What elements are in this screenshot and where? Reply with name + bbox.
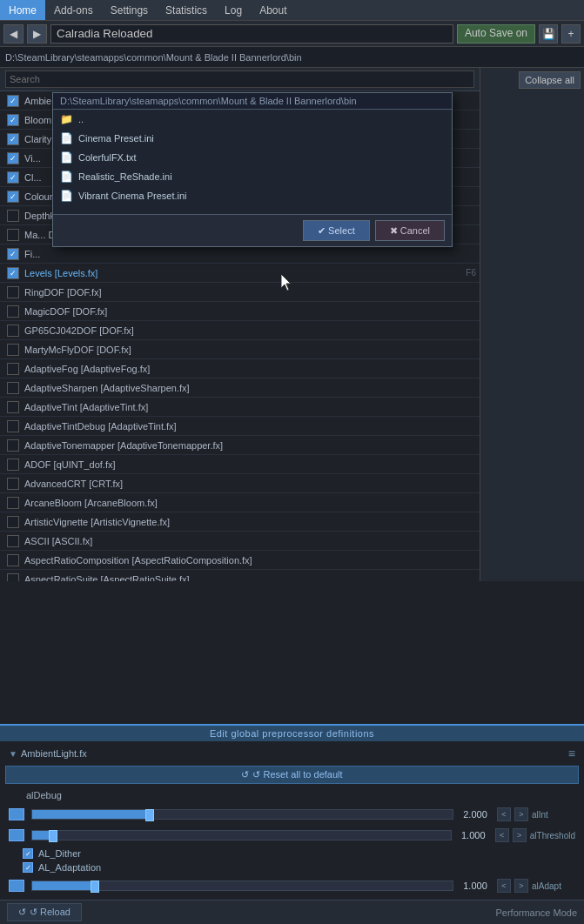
collapse-all-button[interactable]: Collapse all [519, 71, 581, 89]
arrow-left-aladapt[interactable]: < [497, 879, 511, 893]
checkbox-label-aldither: AL_Dither [38, 848, 81, 859]
effect-checkbox[interactable] [7, 401, 19, 413]
search-input[interactable] [5, 70, 474, 88]
arrow-right-aladapt[interactable]: > [514, 879, 528, 893]
effect-label: AdaptiveTonemapper [AdaptiveTonemapper.f… [24, 440, 223, 451]
list-item[interactable]: RingDOF [DOF.fx] [0, 283, 480, 302]
effect-checkbox[interactable] [7, 286, 19, 298]
effect-checkbox[interactable] [7, 95, 19, 107]
list-item[interactable]: Levels [Levels.fx] F6 [0, 264, 480, 283]
effect-checkbox[interactable] [7, 535, 19, 547]
param-thumb[interactable] [145, 809, 154, 821]
param-thumb[interactable] [49, 830, 57, 842]
param-value-aladapt: 1.000 [457, 880, 493, 891]
effect-checkbox[interactable] [7, 248, 19, 260]
list-item[interactable]: AdvancedCRT [CRT.fx] [0, 474, 480, 493]
menu-home[interactable]: Home [0, 0, 45, 20]
list-item[interactable]: AspectRatioComposition [AspectRatioCompo… [0, 551, 480, 570]
effect-label: Vi... [24, 153, 41, 164]
file-name: Cinema Preset.ini [78, 133, 154, 144]
effect-checkbox[interactable] [7, 191, 19, 203]
list-item[interactable]: ASCII [ASCII.fx] [0, 532, 480, 551]
next-button[interactable]: ▶ [27, 24, 47, 44]
effect-checkbox[interactable] [7, 459, 19, 471]
menu-log[interactable]: Log [216, 0, 251, 20]
effect-checkbox[interactable] [7, 267, 19, 279]
list-item[interactable]: AdaptiveTintDebug [AdaptiveTint.fx] [0, 417, 480, 436]
list-item[interactable]: MartyMcFlyDOF [DOF.fx] [0, 340, 480, 359]
list-item[interactable]: Fi... [0, 244, 480, 264]
menu-statistics[interactable]: Statistics [157, 0, 216, 20]
file-name: .. [78, 114, 84, 124]
section-menu-icon[interactable]: ≡ [568, 747, 575, 760]
effect-checkbox[interactable] [7, 497, 19, 509]
arrow-right-alint[interactable]: > [514, 807, 528, 821]
checkbox-aladapt[interactable] [23, 862, 33, 873]
list-item[interactable]: GP65CJ042DOF [DOF.fx] [0, 321, 480, 340]
effect-label: AdaptiveTintDebug [AdaptiveTint.fx] [24, 421, 177, 432]
arrow-left-althreshold[interactable]: < [495, 828, 509, 842]
list-item[interactable]: AspectRatioSuite [AspectRatioSuite.fx] [0, 570, 480, 581]
chevron-icon: ▼ [9, 749, 17, 759]
menu-about[interactable]: About [251, 0, 295, 20]
effect-checkbox[interactable] [7, 133, 19, 145]
reload-button[interactable]: ↺ ↺ Reload [7, 903, 82, 921]
param-track-alint[interactable] [31, 809, 453, 820]
effect-checkbox[interactable] [7, 229, 19, 241]
performance-mode-label: Performance Mode [495, 907, 577, 918]
effect-checkbox[interactable] [7, 554, 19, 566]
effect-label: MartyMcFlyDOF [DOF.fx] [24, 345, 131, 355]
effect-checkbox[interactable] [7, 344, 19, 356]
effect-checkbox[interactable] [7, 210, 19, 222]
list-item[interactable]: AdaptiveTonemapper [AdaptiveTonemapper.f… [0, 436, 480, 455]
list-item[interactable]: AdaptiveTint [AdaptiveTint.fx] [0, 398, 480, 417]
checkbox-aldither[interactable] [23, 848, 33, 859]
effect-label: AdaptiveTint [AdaptiveTint.fx] [24, 402, 148, 412]
menu-settings[interactable]: Settings [102, 0, 157, 20]
effect-checkbox[interactable] [7, 171, 19, 184]
effect-label: ASCII [ASCII.fx] [24, 536, 92, 546]
arrow-right-althreshold[interactable]: > [513, 828, 527, 842]
auto-save-button[interactable]: Auto Save on [457, 24, 535, 44]
list-item[interactable]: ArcaneBloom [ArcaneBloom.fx] [0, 493, 480, 512]
arrow-left-alint[interactable]: < [497, 807, 511, 821]
effect-checkbox[interactable] [7, 305, 19, 318]
color-swatch [9, 829, 24, 841]
list-item[interactable]: AdaptiveSharpen [AdaptiveSharpen.fx] [0, 378, 480, 398]
param-track-althreshold[interactable] [31, 830, 452, 840]
list-item[interactable]: ADOF [qUINT_dof.fx] [0, 455, 480, 474]
file-item[interactable]: 📄 ColerfulFX.txt [53, 148, 452, 167]
effect-checkbox[interactable] [7, 114, 19, 126]
effect-checkbox[interactable] [7, 420, 19, 432]
add-button[interactable]: + [561, 24, 581, 44]
effect-checkbox[interactable] [7, 478, 19, 490]
list-item[interactable]: MagicDOF [DOF.fx] [0, 302, 480, 321]
reload-icon: ↺ [18, 907, 26, 918]
effect-checkbox[interactable] [7, 325, 19, 337]
effect-checkbox[interactable] [7, 152, 19, 164]
select-button[interactable]: ✔ Select [303, 220, 370, 241]
param-track-aladapt[interactable] [31, 880, 453, 891]
file-item[interactable]: 📄 Realistic_ReShade.ini [53, 167, 452, 186]
param-type-aladapt: alAdapt [532, 881, 575, 891]
file-item-parent[interactable]: 📁 .. [53, 110, 452, 129]
menu-addons[interactable]: Add-ons [45, 0, 102, 20]
list-item[interactable]: ArtisticVignette [ArtisticVignette.fx] [0, 512, 480, 532]
prev-button[interactable]: ◀ [3, 24, 23, 44]
file-item[interactable]: 📄 Vibrant Cinema Preset.ini [53, 186, 452, 205]
list-item[interactable]: AdaptiveFog [AdaptiveFog.fx] [0, 359, 480, 378]
cancel-button[interactable]: ✖ Cancel [375, 220, 445, 241]
effect-checkbox[interactable] [7, 439, 19, 452]
effect-label: AdaptiveFog [AdaptiveFog.fx] [24, 364, 150, 374]
file-item[interactable]: 📄 Cinema Preset.ini [53, 129, 452, 148]
effect-checkbox[interactable] [7, 516, 19, 528]
reset-all-button[interactable]: ↺ ↺ Reset all to default [5, 766, 579, 784]
effect-checkbox[interactable] [7, 382, 19, 394]
preset-name-input[interactable] [50, 24, 453, 44]
effect-checkbox[interactable] [7, 573, 19, 582]
effect-label: Levels [Levels.fx] [24, 268, 97, 278]
param-thumb[interactable] [91, 880, 99, 893]
effect-checkbox[interactable] [7, 363, 19, 375]
save-button[interactable]: 💾 [539, 24, 558, 44]
file-icon: 📄 [60, 132, 73, 144]
